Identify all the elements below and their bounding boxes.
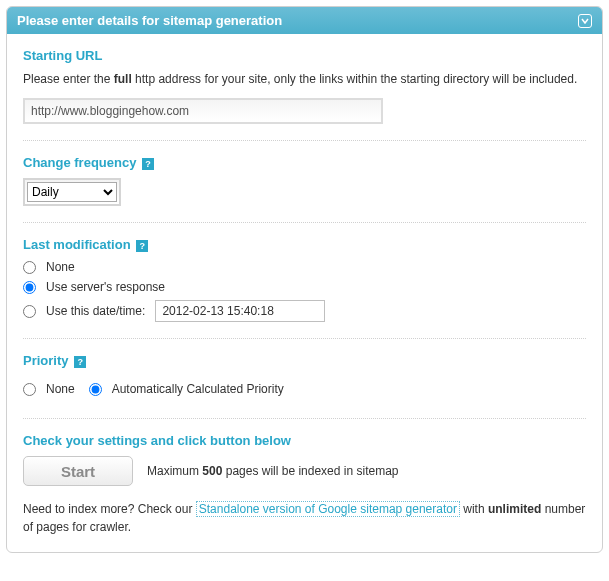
max-post: pages will be indexed in sitemap bbox=[222, 464, 398, 478]
max-bold: 500 bbox=[202, 464, 222, 478]
lastmod-option-date: Use this date/time: bbox=[23, 300, 586, 322]
max-pages-note: Maximum 500 pages will be indexed in sit… bbox=[147, 462, 398, 480]
lastmod-radio-server[interactable] bbox=[23, 281, 36, 294]
max-pre: Maximum bbox=[147, 464, 202, 478]
change-frequency-label: Change frequency bbox=[23, 155, 136, 170]
priority-options: None Automatically Calculated Priority bbox=[23, 376, 586, 402]
priority-label: Priority bbox=[23, 353, 69, 368]
priority-label-auto: Automatically Calculated Priority bbox=[112, 382, 284, 396]
lastmod-date-input[interactable] bbox=[155, 300, 325, 322]
priority-radio-none[interactable] bbox=[23, 383, 36, 396]
sitemap-panel: Please enter details for sitemap generat… bbox=[6, 6, 603, 553]
starting-url-input[interactable] bbox=[23, 98, 383, 124]
footer-bold: unlimited bbox=[488, 502, 541, 516]
intro-bold: full bbox=[114, 72, 132, 86]
starting-url-intro: Please enter the full http address for y… bbox=[23, 71, 586, 88]
priority-option-none: None bbox=[23, 382, 75, 396]
lastmod-label-date: Use this date/time: bbox=[46, 304, 145, 318]
priority-label-none: None bbox=[46, 382, 75, 396]
divider bbox=[23, 222, 586, 223]
standalone-link[interactable]: Standalone version of Google sitemap gen… bbox=[196, 501, 460, 517]
divider bbox=[23, 140, 586, 141]
starting-url-title: Starting URL bbox=[23, 48, 586, 63]
priority-title: Priority ? bbox=[23, 353, 586, 368]
help-icon[interactable]: ? bbox=[142, 158, 154, 170]
footer-pre: Need to index more? Check our bbox=[23, 502, 196, 516]
divider bbox=[23, 338, 586, 339]
panel-header: Please enter details for sitemap generat… bbox=[7, 7, 602, 34]
lastmod-option-none: None bbox=[23, 260, 586, 274]
priority-option-auto: Automatically Calculated Priority bbox=[89, 382, 284, 396]
change-frequency-title: Change frequency ? bbox=[23, 155, 586, 170]
panel-title: Please enter details for sitemap generat… bbox=[17, 13, 282, 28]
intro-post: http address for your site, only the lin… bbox=[132, 72, 578, 86]
divider bbox=[23, 418, 586, 419]
footer-note: Need to index more? Check our Standalone… bbox=[23, 500, 586, 536]
lastmod-label-none: None bbox=[46, 260, 75, 274]
collapse-icon[interactable] bbox=[578, 14, 592, 28]
lastmod-radio-none[interactable] bbox=[23, 261, 36, 274]
submit-title: Check your settings and click button bel… bbox=[23, 433, 586, 448]
start-row: Start Maximum 500 pages will be indexed … bbox=[23, 456, 586, 486]
help-icon[interactable]: ? bbox=[136, 240, 148, 252]
panel-body: Starting URL Please enter the full http … bbox=[7, 34, 602, 552]
help-icon[interactable]: ? bbox=[74, 356, 86, 368]
intro-pre: Please enter the bbox=[23, 72, 114, 86]
lastmod-radio-date[interactable] bbox=[23, 305, 36, 318]
priority-radio-auto[interactable] bbox=[89, 383, 102, 396]
change-frequency-select[interactable]: Daily bbox=[27, 182, 117, 202]
change-frequency-select-wrap: Daily bbox=[23, 178, 121, 206]
last-modification-title: Last modification ? bbox=[23, 237, 586, 252]
footer-mid: with bbox=[460, 502, 488, 516]
last-modification-label: Last modification bbox=[23, 237, 131, 252]
lastmod-label-server: Use server's response bbox=[46, 280, 165, 294]
lastmod-option-server: Use server's response bbox=[23, 280, 586, 294]
start-button[interactable]: Start bbox=[23, 456, 133, 486]
